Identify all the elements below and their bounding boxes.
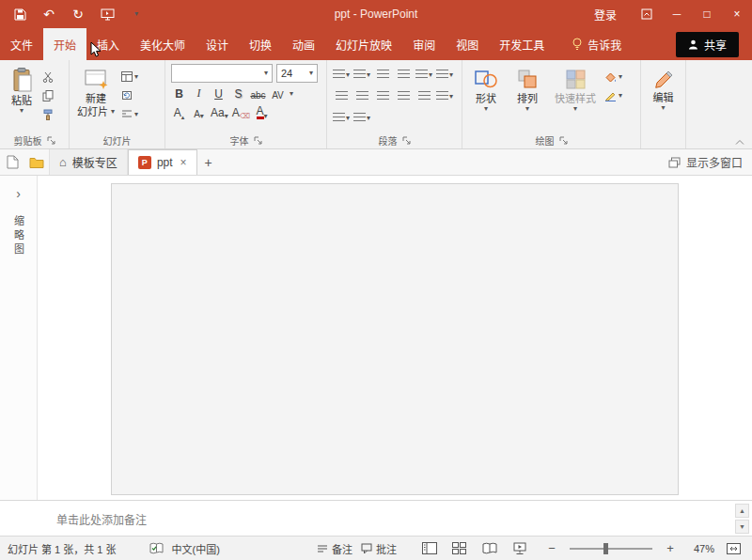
text-shadow-button[interactable]: S — [230, 86, 246, 101]
change-case-button[interactable]: Aa▾ — [211, 104, 228, 120]
reading-view-icon[interactable] — [478, 539, 500, 558]
ribbon-tab-developer[interactable]: 开发工具 — [489, 28, 555, 60]
font-color-button[interactable]: A▾ — [254, 104, 270, 120]
character-spacing-button[interactable]: AV — [270, 86, 286, 101]
ribbon-tab-home[interactable]: 开始 — [43, 28, 86, 60]
zoom-slider[interactable] — [570, 548, 652, 550]
convert-smartart-icon[interactable]: ▾ — [353, 113, 370, 123]
maximize-button[interactable]: □ — [692, 0, 722, 28]
align-center-icon[interactable] — [356, 91, 368, 101]
open-folder-icon[interactable] — [24, 149, 49, 175]
shape-fill-icon[interactable]: ▾ — [603, 70, 624, 84]
ribbon-tab-design[interactable]: 设计 — [196, 28, 239, 60]
notes-placeholder: 单击此处添加备注 — [56, 514, 147, 527]
copy-icon[interactable] — [40, 88, 55, 102]
bold-button[interactable]: B — [171, 86, 187, 101]
fit-slide-to-window-icon[interactable] — [723, 539, 744, 558]
clear-formatting-button[interactable]: A⌫ — [232, 104, 250, 120]
align-right-icon[interactable] — [377, 91, 389, 101]
ribbon-display-options-icon[interactable] — [632, 0, 662, 28]
font-dialog-launcher[interactable] — [254, 136, 262, 145]
slideshow-view-icon[interactable] — [509, 539, 530, 558]
slide-layout-icon[interactable]: ▾ — [119, 70, 140, 84]
caret-down-icon: ▾ — [449, 94, 453, 100]
paste-icon — [11, 68, 33, 93]
tell-me-button[interactable]: 告诉我 — [562, 28, 631, 60]
file-tab-ppt[interactable]: P ppt × — [128, 149, 197, 175]
language-indicator[interactable]: 中文(中国) — [172, 541, 220, 556]
proofing-icon[interactable] — [149, 542, 164, 554]
caret-down-icon: ▾ — [134, 74, 138, 80]
ribbon-tab-file[interactable]: 文件 — [0, 28, 43, 60]
ribbon-tab-transitions[interactable]: 切换 — [239, 28, 282, 60]
sign-in-button[interactable]: 登录 — [579, 0, 632, 28]
template-zone-tab[interactable]: ⌂ 模板专区 — [49, 149, 128, 175]
shapes-button[interactable]: 形状 ▾ — [465, 63, 507, 132]
ribbon-tab-review[interactable]: 审阅 — [402, 28, 446, 60]
touch-mouse-mode-icon[interactable] — [99, 6, 116, 23]
justify-icon[interactable] — [398, 91, 410, 101]
new-tab-icon[interactable]: + — [197, 149, 220, 175]
zoom-out-icon[interactable]: − — [544, 540, 559, 557]
slide-sorter-view-icon[interactable] — [448, 539, 470, 558]
shrink-font-button[interactable]: A▾ — [191, 104, 207, 120]
arrange-button[interactable]: 排列 ▾ — [507, 63, 548, 132]
slide-editing-surface[interactable] — [111, 183, 679, 495]
close-tab-icon[interactable]: × — [180, 156, 187, 169]
paste-button[interactable]: 粘贴 ▾ — [3, 63, 40, 132]
customize-qat-icon[interactable]: ▾ — [128, 6, 145, 23]
previous-slide-icon[interactable]: ▲ — [735, 504, 749, 518]
format-painter-icon[interactable] — [40, 107, 55, 121]
paragraph-dialog-launcher[interactable] — [402, 136, 411, 145]
person-icon — [688, 39, 698, 50]
zoom-percentage[interactable]: 47% — [686, 543, 714, 554]
show-multi-window-button[interactable]: 显示多窗口 — [668, 149, 752, 175]
minimize-button[interactable]: ─ — [662, 0, 692, 28]
collapse-ribbon-icon[interactable] — [735, 139, 744, 146]
quick-styles-button[interactable]: 快速样式 ▾ — [548, 63, 603, 132]
align-left-icon[interactable] — [336, 91, 348, 101]
clipboard-dialog-launcher[interactable] — [47, 136, 55, 145]
align-text-icon[interactable]: ▾ — [333, 113, 350, 123]
ribbon-tab-view[interactable]: 视图 — [446, 28, 489, 60]
expand-thumbnails-icon[interactable]: › — [16, 187, 21, 200]
normal-view-icon[interactable] — [418, 539, 440, 558]
bullets-icon[interactable]: ▾ — [333, 70, 350, 80]
decrease-indent-icon[interactable] — [377, 70, 389, 80]
grow-font-button[interactable]: A▴ — [171, 104, 187, 120]
columns-icon[interactable]: ▾ — [436, 91, 453, 101]
zoom-slider-thumb[interactable] — [603, 543, 608, 554]
drawing-dialog-launcher[interactable] — [559, 136, 568, 145]
share-button[interactable]: 共享 — [676, 32, 739, 57]
increase-indent-icon[interactable] — [398, 70, 410, 80]
underline-button[interactable]: U — [211, 86, 227, 101]
ribbon-tab-animations[interactable]: 动画 — [282, 28, 325, 60]
save-icon[interactable] — [11, 6, 28, 23]
new-slide-button[interactable]: 新建 幻灯片 ▾ — [72, 63, 119, 132]
notes-toggle-button[interactable]: 备注 — [317, 541, 352, 556]
font-name-combo[interactable]: ▾ — [171, 64, 273, 83]
notes-panel[interactable]: 单击此处添加备注 ▲ ▼ — [0, 500, 752, 536]
numbering-icon[interactable]: ▾ — [353, 70, 370, 80]
reset-slide-icon[interactable] — [119, 88, 140, 102]
distribute-icon[interactable] — [418, 91, 431, 101]
comments-toggle-button[interactable]: 批注 — [361, 541, 397, 556]
ribbon-tab-beautify[interactable]: 美化大师 — [130, 28, 196, 60]
new-file-icon[interactable] — [0, 149, 24, 175]
strikethrough-button[interactable]: abc — [250, 86, 266, 101]
edit-button[interactable]: 编辑 ▾ — [644, 63, 682, 132]
section-icon[interactable]: ▾ — [119, 107, 140, 121]
cut-icon[interactable] — [40, 70, 55, 84]
text-direction-icon[interactable]: ▾ — [436, 70, 453, 80]
window-controls: 登录 ─ □ × — [579, 0, 752, 28]
undo-icon[interactable]: ↶ — [40, 6, 57, 23]
line-spacing-icon[interactable]: ▾ — [415, 70, 432, 80]
close-button[interactable]: × — [722, 0, 752, 28]
font-size-combo[interactable]: 24 ▾ — [276, 64, 318, 83]
zoom-in-icon[interactable]: + — [663, 540, 678, 557]
italic-button[interactable]: I — [191, 86, 207, 101]
redo-icon[interactable]: ↻ — [70, 6, 86, 23]
ribbon-tab-slideshow[interactable]: 幻灯片放映 — [325, 28, 402, 60]
next-slide-icon[interactable]: ▼ — [735, 520, 749, 534]
shape-outline-icon[interactable]: ▾ — [603, 88, 624, 102]
